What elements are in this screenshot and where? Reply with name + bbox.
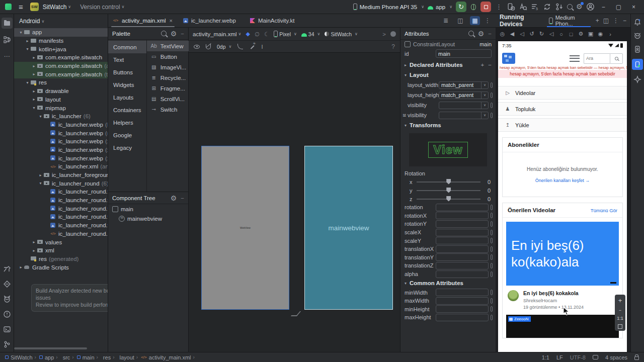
window-maximize-button[interactable]: ▢ xyxy=(612,4,625,11)
video-thumbnail[interactable]: En iyi beş(6) ko(kako)ala xyxy=(506,222,619,286)
encoding-indicator[interactable]: UTF-8 xyxy=(570,354,586,360)
window-minimize-button[interactable]: − xyxy=(598,4,609,11)
attribute-input[interactable] xyxy=(436,270,489,278)
panel-options-icon[interactable]: ⋮ xyxy=(613,17,619,24)
constraint-connector[interactable] xyxy=(491,113,493,118)
chevron-down-icon[interactable]: ∨ xyxy=(481,82,488,88)
stop-button[interactable] xyxy=(480,2,491,12)
emulator-toolbar-icon[interactable]: ↻ xyxy=(538,31,545,37)
problems-tool-icon[interactable] xyxy=(3,310,11,318)
night-mode-icon[interactable]: ☾ xyxy=(264,31,269,38)
tree-row[interactable]: res (generated) xyxy=(14,255,108,263)
app-search-button[interactable] xyxy=(610,53,623,64)
add-device-icon[interactable]: + xyxy=(596,17,599,24)
chevron-down-icon[interactable]: ∨ xyxy=(481,102,488,109)
twisty-icon[interactable]: ▸ xyxy=(31,72,37,76)
palette-category[interactable]: Buttons xyxy=(108,66,146,78)
breadcrumb-item[interactable]: src › xyxy=(61,354,74,360)
more-tool-windows-icon[interactable]: ⋯ xyxy=(2,51,13,62)
editor-tab[interactable]: activity_main.xml × xyxy=(108,14,178,27)
line-ending-indicator[interactable]: LF xyxy=(556,354,563,360)
tree-row[interactable]: ▾ ic_launcher (6) xyxy=(14,112,108,121)
sync-project-icon[interactable] xyxy=(543,3,551,11)
tree-row[interactable]: ic_launcher.webp (xhdpi) xyxy=(14,137,108,146)
sitwatch-app-logo[interactable] xyxy=(502,53,515,64)
twisty-icon[interactable]: ▸ xyxy=(31,240,37,244)
constraint-connector[interactable] xyxy=(491,221,493,227)
view-options-icon[interactable] xyxy=(194,45,200,49)
emulator-toolbar-icon[interactable]: ◁ xyxy=(548,31,555,37)
notifications-bell-icon[interactable] xyxy=(633,18,641,26)
emulator-toolbar-icon[interactable]: ▣ xyxy=(588,31,594,37)
run-configuration-selector[interactable]: app ∨ xyxy=(428,4,452,10)
rerun-button[interactable]: ↻ xyxy=(456,2,466,12)
palette-category[interactable]: Common xyxy=(108,41,146,53)
twisty-icon[interactable]: ▾ xyxy=(38,181,43,186)
git-tool-icon[interactable] xyxy=(3,340,11,348)
emulator-toolbar-icon[interactable]: ↺ xyxy=(529,31,535,37)
tree-row[interactable]: ▸ com.example.sitwatch xyxy=(14,53,108,62)
twisty-icon[interactable]: ▸ xyxy=(25,39,30,43)
emulator-toolbar-icon[interactable]: ◁ xyxy=(519,31,525,37)
tree-row[interactable]: ic_launcher_round.webp xyxy=(14,196,108,205)
tree-row[interactable]: ic_launcher.webp (xxxhd... xyxy=(14,154,108,162)
palette-minimize-icon[interactable]: − xyxy=(181,31,184,37)
vcs-widget[interactable]: Version control ∨ xyxy=(80,4,124,11)
fit-screen-icon[interactable] xyxy=(618,324,622,329)
app-menu-icon[interactable] xyxy=(570,53,581,63)
video-title[interactable]: En iyi beş(6) kokakola xyxy=(523,290,584,296)
attribute-input[interactable] xyxy=(436,297,489,305)
twisty-icon[interactable]: ▸ xyxy=(38,173,43,177)
component-tree-minimize-icon[interactable]: − xyxy=(181,195,184,201)
twisty-icon[interactable]: ▸ xyxy=(31,89,37,94)
running-devices-tool-button[interactable] xyxy=(632,59,643,70)
slider-track[interactable] xyxy=(417,199,481,200)
tree-row[interactable]: ▸ xml xyxy=(14,246,108,255)
build-analyzer-toast[interactable]: Build Analyzer detected new build perfor… xyxy=(31,284,108,312)
palette-component[interactable]: ▤ ScrollVi... xyxy=(147,94,190,104)
avatar[interactable] xyxy=(586,3,595,11)
palette-category[interactable]: Helpers xyxy=(108,116,146,129)
attribute-select[interactable]: ∨ xyxy=(439,102,489,109)
code-inspection-icon[interactable] xyxy=(519,3,527,11)
see-all-link[interactable]: Tümünü Gör xyxy=(591,208,617,213)
slider-thumb[interactable] xyxy=(446,196,451,202)
attributes-gear-icon[interactable]: ⚙ xyxy=(478,30,485,37)
tree-row[interactable]: ▸ manifests xyxy=(14,37,108,45)
emulator-toolbar-icon[interactable]: ○ xyxy=(558,31,565,37)
chevron-down-icon[interactable]: ∨ xyxy=(481,112,488,119)
twisty-icon[interactable]: ▸ xyxy=(18,265,24,269)
update-branch-icon[interactable] xyxy=(555,3,564,11)
text-cursor-icon[interactable]: I xyxy=(261,44,263,50)
attribute-input[interactable] xyxy=(436,245,489,253)
palette-component[interactable]: ▨ ImageVi... xyxy=(147,62,190,72)
constraint-connector[interactable] xyxy=(491,254,493,260)
unlock-icon[interactable] xyxy=(634,356,639,360)
palette-component[interactable]: ⊞ Fragme... xyxy=(147,83,190,94)
palette-component[interactable]: ⊸ Switch xyxy=(147,104,190,115)
channel-avatar[interactable] xyxy=(508,290,519,301)
explore-channels-link[interactable]: Önerilen kanalları keşfet → xyxy=(535,178,590,183)
twisty-icon[interactable]: ▾ xyxy=(31,106,37,110)
tab-options-icon[interactable]: ⋮ xyxy=(485,17,491,24)
attribute-input[interactable] xyxy=(436,314,489,321)
emulator-toolbar-icon[interactable]: ◉ xyxy=(597,31,604,37)
tree-row[interactable]: ▸ values xyxy=(14,238,108,246)
twisty-icon[interactable]: ▸ xyxy=(31,64,37,68)
new-window-icon[interactable]: ◫ xyxy=(603,17,609,24)
attribute-select[interactable]: match_parent ∨ xyxy=(439,81,489,89)
twisty-icon[interactable]: ▾ xyxy=(38,114,43,119)
palette-component[interactable]: ≣ Recycle... xyxy=(147,72,190,83)
zoom-in-button[interactable]: + xyxy=(618,297,622,304)
slider-thumb[interactable] xyxy=(446,188,451,193)
constraint-connector[interactable] xyxy=(491,246,493,252)
attributes-minimize-icon[interactable]: − xyxy=(488,31,492,37)
tree-row[interactable]: ▾ mipmap xyxy=(14,104,108,112)
attribute-input[interactable] xyxy=(436,289,489,296)
design-mode-icon[interactable]: ◆ xyxy=(246,31,250,37)
more-actions-icon[interactable]: ⋮ xyxy=(495,3,503,11)
slider-thumb[interactable] xyxy=(446,179,451,185)
attribute-select[interactable]: ∨ xyxy=(439,112,489,119)
blueprint-canvas[interactable]: mainwebview xyxy=(304,146,393,310)
declared-attributes-section[interactable]: ▸ Declared Attributes + − xyxy=(400,60,496,70)
